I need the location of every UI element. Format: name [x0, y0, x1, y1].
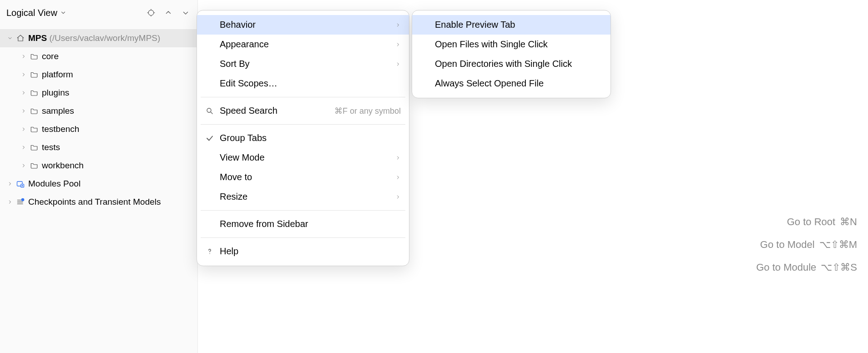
chevron-right-icon [395, 22, 401, 28]
submenu-item-always-select[interactable]: Always Select Opened File [412, 74, 611, 93]
submenu-behavior: Enable Preview Tab Open Files with Singl… [412, 10, 611, 98]
nav-hint-module: Go to Module ⌥⇧⌘S [756, 262, 857, 273]
home-icon [15, 34, 25, 42]
folder-icon [29, 89, 39, 97]
tree-item-label: Checkpoints and Transient Models [28, 197, 161, 207]
tree-root-label: MPS (/Users/vaclav/work/myMPS) [28, 33, 160, 43]
folder-icon [29, 143, 39, 151]
tree-item-plugins[interactable]: plugins [0, 84, 197, 102]
submenu-item-open-dirs-single[interactable]: Open Directories with Single Click [412, 54, 611, 74]
tree-root-mps[interactable]: MPS (/Users/vaclav/work/myMPS) [0, 29, 197, 47]
svg-point-12 [21, 198, 25, 202]
folder-icon [29, 107, 39, 115]
tree-item-label: samples [42, 106, 74, 116]
view-label-text: Logical View [6, 8, 57, 18]
folder-icon [29, 125, 39, 133]
chevron-right-icon[interactable] [18, 108, 29, 114]
context-menu: Behavior Appearance Sort By Edit Scopes…… [197, 10, 409, 266]
nav-hint-model: Go to Model ⌥⇧⌘M [760, 239, 857, 251]
tree-item-core[interactable]: core [0, 47, 197, 66]
folder-icon [29, 52, 39, 61]
chevron-right-icon[interactable] [18, 126, 29, 132]
menu-item-label: View Mode [220, 152, 265, 163]
panel-header: Logical View [0, 0, 197, 25]
menu-item-label: Sort By [220, 59, 250, 69]
submenu-item-enable-preview[interactable]: Enable Preview Tab [412, 15, 611, 35]
nav-hint-shortcut: ⌥⇧⌘M [819, 239, 857, 251]
svg-point-15 [209, 253, 210, 254]
menu-item-label: Move to [220, 172, 252, 182]
chevron-right-icon[interactable] [18, 72, 29, 77]
folder-icon [29, 161, 39, 170]
menu-separator [201, 210, 405, 211]
menu-item-move-to[interactable]: Move to [197, 167, 409, 187]
tree-item-samples[interactable]: samples [0, 102, 197, 120]
menu-item-label: Edit Scopes… [220, 78, 278, 89]
navigation-hints: Go to Root ⌘N Go to Model ⌥⇧⌘M Go to Mod… [756, 216, 857, 273]
chevron-right-icon[interactable] [18, 145, 29, 150]
modules-pool-icon [15, 179, 25, 188]
project-tree: MPS (/Users/vaclav/work/myMPS) core plat… [0, 25, 197, 211]
view-switcher[interactable]: Logical View [6, 8, 66, 18]
menu-separator [201, 97, 405, 97]
menu-item-appearance[interactable]: Appearance [197, 35, 409, 54]
menu-item-label: Always Select Opened File [435, 78, 544, 89]
menu-item-label: Open Directories with Single Click [435, 59, 572, 69]
menu-item-group-tabs[interactable]: Group Tabs [197, 128, 409, 148]
svg-point-0 [148, 10, 154, 15]
chevron-right-icon[interactable] [5, 199, 15, 205]
tree-item-label: platform [42, 70, 73, 80]
collapse-icon[interactable] [180, 7, 191, 18]
chevron-right-icon[interactable] [5, 181, 15, 187]
nav-hint-label: Go to Model [760, 239, 815, 251]
tree-item-tests[interactable]: tests [0, 138, 197, 156]
chevron-right-icon [395, 61, 401, 67]
tree-item-testbench[interactable]: testbench [0, 120, 197, 138]
menu-item-shortcut: ⌘F or any symbol [334, 106, 401, 116]
nav-hint-root: Go to Root ⌘N [787, 216, 857, 228]
nav-hint-shortcut: ⌥⇧⌘S [821, 262, 857, 273]
menu-separator [201, 124, 405, 125]
tree-item-label: Modules Pool [28, 179, 81, 189]
tree-item-checkpoints[interactable]: Checkpoints and Transient Models [0, 193, 197, 211]
tree-item-label: testbench [42, 124, 79, 134]
menu-item-help[interactable]: Help [197, 242, 409, 261]
chevron-right-icon [395, 175, 401, 180]
chevron-right-icon[interactable] [18, 163, 29, 168]
menu-item-label: Enable Preview Tab [435, 20, 515, 30]
menu-item-label: Resize [220, 192, 247, 202]
menu-item-label: Appearance [220, 39, 269, 50]
nav-hint-shortcut: ⌘N [840, 216, 857, 228]
chevron-down-icon [60, 10, 66, 16]
panel-toolbar [146, 7, 191, 18]
menu-item-sort-by[interactable]: Sort By [197, 54, 409, 74]
svg-line-14 [211, 111, 212, 113]
menu-item-resize[interactable]: Resize [197, 187, 409, 207]
target-icon[interactable] [146, 7, 156, 18]
chevron-down-icon[interactable] [5, 35, 15, 41]
folder-icon [29, 71, 39, 79]
tree-item-platform[interactable]: platform [0, 66, 197, 84]
checkpoints-icon [15, 197, 25, 207]
menu-item-label: Group Tabs [220, 133, 267, 143]
menu-item-speed-search[interactable]: Speed Search ⌘F or any symbol [197, 101, 409, 121]
project-panel: Logical View MPS (/Users/vacl [0, 0, 198, 353]
search-icon [204, 107, 215, 115]
menu-item-behavior[interactable]: Behavior [197, 15, 409, 35]
nav-hint-label: Go to Root [787, 216, 835, 228]
chevron-right-icon[interactable] [18, 90, 29, 96]
menu-item-label: Remove from Sidebar [220, 219, 308, 229]
tree-item-workbench[interactable]: workbench [0, 156, 197, 175]
submenu-item-open-files-single[interactable]: Open Files with Single Click [412, 35, 611, 54]
menu-item-edit-scopes[interactable]: Edit Scopes… [197, 74, 409, 93]
tree-item-label: plugins [42, 88, 69, 98]
chevron-right-icon[interactable] [18, 54, 29, 59]
menu-item-remove-sidebar[interactable]: Remove from Sidebar [197, 214, 409, 234]
menu-item-label: Speed Search [220, 106, 278, 116]
tree-item-label: tests [42, 142, 60, 152]
tree-item-label: workbench [42, 161, 84, 171]
chevron-right-icon [395, 194, 401, 200]
expand-icon[interactable] [163, 7, 174, 18]
tree-item-modules-pool[interactable]: Modules Pool [0, 175, 197, 193]
menu-item-view-mode[interactable]: View Mode [197, 148, 409, 167]
